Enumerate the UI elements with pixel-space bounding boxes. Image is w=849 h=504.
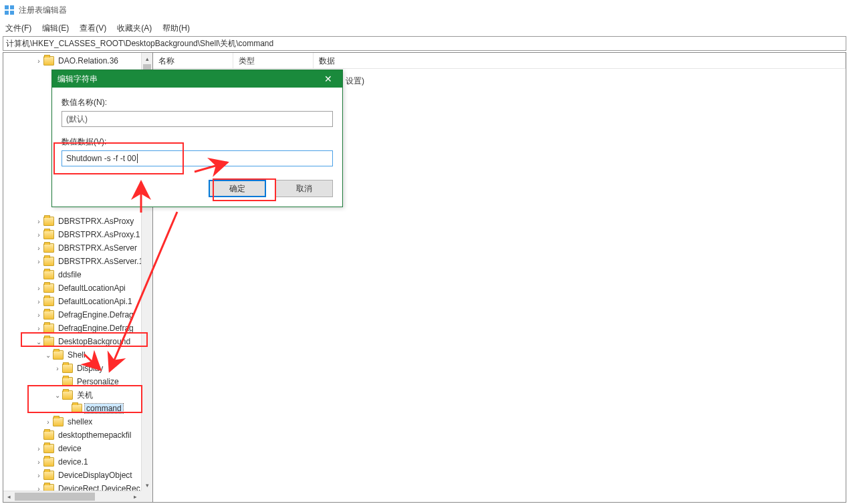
value-data-label: 数值数据(V):: [62, 136, 333, 148]
value-data-text: Shutdown -s -f -t 00: [66, 154, 136, 163]
chevron-down-icon[interactable]: [53, 392, 62, 399]
folder-icon: [43, 257, 54, 266]
folder-icon: [43, 430, 54, 440]
tree-item-label: DBRSTPRX.AsProxy: [57, 217, 135, 226]
folder-icon: [62, 364, 73, 373]
tree-row[interactable]: Shell: [3, 348, 152, 362]
cancel-button[interactable]: 取消: [275, 180, 333, 197]
folder-icon: [43, 217, 54, 226]
col-name[interactable]: 名称: [153, 53, 233, 68]
chevron-right-icon[interactable]: [34, 472, 43, 479]
col-type[interactable]: 类型: [233, 53, 314, 68]
tree-row[interactable]: DBRSTPRX.AsProxy: [3, 215, 152, 228]
text-caret: [137, 154, 138, 163]
col-data[interactable]: 数据: [314, 53, 846, 68]
chevron-right-icon[interactable]: [53, 365, 62, 372]
folder-icon: [43, 243, 54, 253]
close-icon[interactable]: ✕: [320, 74, 337, 84]
tree-row[interactable]: DesktopBackground: [3, 335, 152, 348]
tree-row[interactable]: device.1: [3, 455, 152, 469]
tree-row[interactable]: shellex: [3, 415, 152, 428]
menu-edit[interactable]: 编辑(E): [42, 23, 69, 34]
tree-item-label: shellex: [66, 417, 94, 426]
menu-file[interactable]: 文件(F): [5, 23, 31, 34]
folder-icon: [43, 444, 54, 453]
tree-row[interactable]: desktopthemepackfil: [3, 428, 152, 442]
folder-icon: [43, 471, 54, 480]
folder-icon: [43, 310, 54, 320]
folder-icon: [43, 56, 54, 66]
edit-string-dialog: 编辑字符串 ✕ 数值名称(N): (默认) 数值数据(V): Shutdown …: [51, 70, 343, 207]
tree-item-label: device.1: [57, 457, 90, 467]
cell-data: 设置): [340, 76, 370, 87]
menu-favorites[interactable]: 收藏夹(A): [117, 23, 152, 34]
tree-row[interactable]: DBRSTPRX.AsServer: [3, 241, 152, 255]
chevron-right-icon[interactable]: [43, 418, 53, 426]
menu-help[interactable]: 帮助(H): [162, 23, 190, 34]
window-title: 注册表编辑器: [19, 5, 67, 16]
address-bar[interactable]: 计算机\HKEY_CLASSES_ROOT\DesktopBackground\…: [3, 36, 846, 51]
chevron-right-icon[interactable]: [34, 285, 43, 292]
folder-icon: [43, 270, 54, 279]
tree-item-label: DefaultLocationApi: [57, 283, 127, 293]
tree-item-label: DBRSTPRX.AsProxy.1: [57, 230, 141, 239]
scroll-right-icon[interactable]: ▸: [130, 491, 141, 502]
folder-icon: [53, 417, 64, 426]
svg-rect-0: [5, 5, 9, 9]
chevron-right-icon[interactable]: [34, 445, 43, 453]
chevron-right-icon[interactable]: [34, 258, 43, 265]
chevron-right-icon[interactable]: [34, 325, 43, 332]
list-header: 名称 类型 数据: [153, 53, 846, 69]
tree-row[interactable]: command: [3, 402, 152, 415]
tree-row[interactable]: Personalize: [3, 375, 152, 388]
chevron-right-icon[interactable]: [34, 245, 43, 252]
chevron-down-icon[interactable]: [43, 352, 53, 359]
dialog-titlebar[interactable]: 编辑字符串 ✕: [52, 70, 342, 88]
tree-item-label: ddsfile: [57, 270, 83, 279]
value-name-field: (默认): [62, 111, 333, 127]
chevron-right-icon[interactable]: [34, 311, 43, 319]
value-name-label: 数值名称(N):: [62, 97, 333, 108]
folder-icon: [72, 404, 82, 413]
folder-icon: [43, 230, 54, 239]
ok-button[interactable]: 确定: [209, 180, 266, 197]
value-name-text: (默认): [66, 114, 88, 125]
tree-row[interactable]: DBRSTPRX.AsProxy.1: [3, 228, 152, 241]
menu-view[interactable]: 查看(V): [80, 23, 106, 34]
tree-row[interactable]: Display: [3, 362, 152, 375]
value-data-field[interactable]: Shutdown -s -f -t 00: [62, 150, 333, 166]
tree-row[interactable]: DefragEngine.Defrag: [3, 322, 152, 335]
chevron-right-icon[interactable]: [34, 298, 43, 305]
chevron-right-icon[interactable]: [34, 231, 43, 239]
tree-item-label: DesktopBackground: [57, 337, 132, 346]
scroll-down-icon[interactable]: ▾: [142, 479, 152, 491]
tree-row[interactable]: device: [3, 442, 152, 455]
tree-row[interactable]: DBRSTPRX.AsServer.1: [3, 255, 152, 268]
chevron-right-icon[interactable]: [34, 459, 43, 466]
scroll-up-icon[interactable]: ▴: [142, 53, 152, 64]
tree-item-label: DeviceDisplayObject: [57, 471, 134, 480]
tree-row[interactable]: ddsfile: [3, 268, 152, 281]
tree-row[interactable]: DAO.Relation.36: [3, 54, 152, 68]
tree-row[interactable]: DefaultLocationApi.1: [3, 295, 152, 308]
folder-icon: [62, 390, 73, 400]
folder-icon: [62, 377, 73, 386]
folder-icon: [43, 457, 54, 467]
chevron-right-icon[interactable]: [34, 218, 43, 225]
tree-row[interactable]: DefragEngine.Defrag: [3, 308, 152, 322]
tree-item-label: Personalize: [76, 377, 120, 386]
tree-item-label: DefragEngine.Defrag: [57, 324, 135, 333]
chevron-down-icon[interactable]: [34, 338, 43, 346]
title-bar: 注册表编辑器: [0, 0, 849, 20]
tree-row[interactable]: 关机: [3, 388, 152, 402]
tree-item-label: Shell: [66, 350, 87, 360]
chevron-right-icon[interactable]: [34, 57, 43, 65]
tree-item-label: DefragEngine.Defrag: [57, 310, 135, 320]
tree-hscroll[interactable]: ◂ ▸: [3, 491, 141, 502]
folder-icon: [43, 283, 54, 293]
hscroll-thumb[interactable]: [15, 493, 95, 501]
tree-row[interactable]: DefaultLocationApi: [3, 281, 152, 295]
tree-row[interactable]: DeviceDisplayObject: [3, 469, 152, 482]
tree-item-label: DBRSTPRX.AsServer: [57, 243, 138, 253]
scroll-left-icon[interactable]: ◂: [3, 491, 15, 502]
